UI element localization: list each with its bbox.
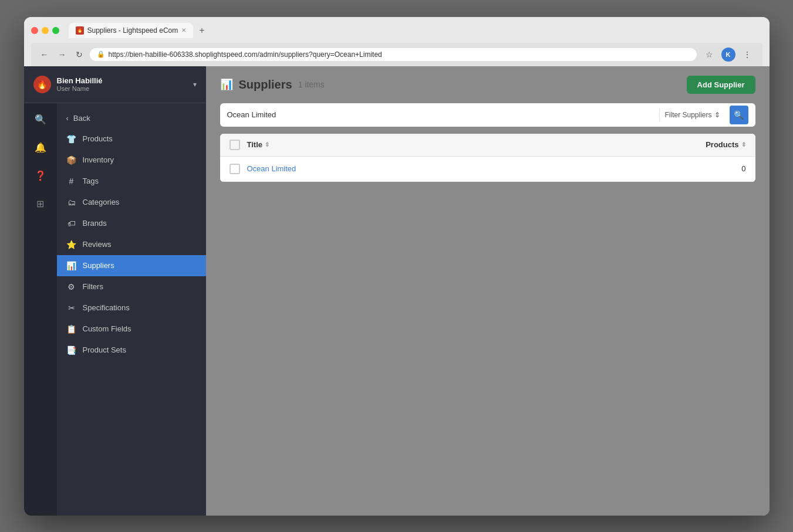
custom-fields-icon: 📋: [66, 324, 77, 334]
sidebar-item-reviews[interactable]: ⭐ Reviews: [57, 234, 206, 255]
tab-close-button[interactable]: ✕: [181, 27, 186, 33]
sidebar-icon-bell[interactable]: 🔔: [31, 138, 50, 157]
browser-titlebar: 🔥 Suppliers - Lightspeed eCom ✕ +: [31, 23, 762, 38]
traffic-lights: [31, 27, 59, 34]
back-nav-button[interactable]: ←: [38, 49, 51, 60]
sidebar-header: 🔥 Bien Habillié User Name ▾: [24, 66, 206, 103]
supplier-title-link[interactable]: Ocean Limited: [247, 164, 687, 173]
back-label: Back: [73, 114, 90, 123]
supplier-products-count: 0: [687, 164, 746, 173]
search-bar: Ocean Limited Filter Suppliers ⇕ 🔍: [220, 103, 755, 127]
search-value: Ocean Limited: [227, 110, 655, 119]
tags-icon: #: [66, 177, 77, 186]
sidebar-item-label: Custom Fields: [83, 324, 131, 333]
browser-tabs: 🔥 Suppliers - Lightspeed eCom ✕ +: [69, 23, 208, 38]
sidebar-back-button[interactable]: ‹ Back: [57, 108, 206, 128]
browser-addressbar: ← → ↻ 🔒 https://bien-habillie-606338.sho…: [31, 43, 762, 66]
sidebar-nav: ‹ Back 👕 Products 📦 Inventory # Tags: [57, 103, 206, 516]
sidebar-icon-strip: 🔍 🔔 ❓ ⊞: [24, 103, 57, 516]
brand-username: User Name: [57, 85, 187, 92]
row-checkbox[interactable]: [230, 164, 240, 174]
sidebar-item-label: Tags: [83, 177, 99, 185]
minimize-window-button[interactable]: [42, 27, 49, 34]
filters-icon: ⚙: [66, 282, 77, 292]
sidebar-item-filters[interactable]: ⚙ Filters: [57, 276, 206, 297]
menu-button[interactable]: ⋮: [739, 46, 755, 63]
active-tab[interactable]: 🔥 Suppliers - Lightspeed eCom ✕: [69, 23, 194, 38]
sidebar-item-products[interactable]: 👕 Products: [57, 128, 206, 150]
products-sort-icon[interactable]: ⇕: [741, 141, 746, 148]
user-avatar[interactable]: K: [721, 48, 735, 62]
sidebar-item-inventory[interactable]: 📦 Inventory: [57, 150, 206, 171]
table-row: Ocean Limited 0: [220, 157, 755, 182]
back-chevron-icon: ‹: [66, 114, 69, 123]
sidebar-item-label: Products: [83, 134, 113, 143]
browser-window: 🔥 Suppliers - Lightspeed eCom ✕ + ← → ↻ …: [24, 17, 770, 516]
sidebar-item-label: Brands: [83, 219, 107, 228]
sidebar-item-custom-fields[interactable]: 📋 Custom Fields: [57, 318, 206, 340]
search-button[interactable]: 🔍: [730, 106, 748, 124]
sidebar-icon-help[interactable]: ❓: [31, 167, 50, 185]
sidebar-logo: 🔥: [33, 76, 51, 93]
sidebar-item-label: Reviews: [83, 240, 112, 249]
close-window-button[interactable]: [31, 27, 38, 34]
brand-name: Bien Habillié: [57, 76, 187, 85]
sidebar-icon-grid[interactable]: ⊞: [31, 195, 50, 214]
page-icon: 📊: [220, 78, 233, 91]
sidebar-item-label: Suppliers: [83, 261, 114, 270]
filter-label: Filter Suppliers: [664, 111, 711, 119]
page-title-area: 📊 Suppliers 1 items: [220, 78, 325, 92]
search-icon: 🔍: [734, 110, 744, 120]
sidebar-item-suppliers[interactable]: 📊 Suppliers: [57, 255, 206, 276]
reviews-icon: ⭐: [66, 240, 77, 249]
maximize-window-button[interactable]: [52, 27, 59, 34]
sidebar-item-tags[interactable]: # Tags: [57, 171, 206, 192]
sidebar: 🔥 Bien Habillié User Name ▾ 🔍 🔔 ❓ ⊞: [24, 66, 206, 516]
title-sort-icon[interactable]: ⇕: [265, 141, 269, 148]
lock-icon: 🔒: [97, 50, 105, 58]
brands-icon: 🏷: [66, 219, 77, 228]
products-icon: 👕: [66, 134, 77, 144]
column-header-products: Products ⇕: [687, 140, 746, 149]
item-count: 1 items: [298, 80, 325, 89]
forward-nav-button[interactable]: →: [56, 49, 69, 60]
sidebar-caret-icon[interactable]: ▾: [193, 80, 197, 89]
sidebar-item-label: Inventory: [83, 155, 114, 164]
suppliers-icon: 📊: [66, 261, 77, 270]
product-sets-icon: 📑: [66, 345, 77, 355]
sidebar-item-categories[interactable]: 🗂 Categories: [57, 192, 206, 213]
suppliers-table: Title ⇕ Products ⇕ Ocean Limited 0: [220, 134, 755, 182]
bookmark-button[interactable]: ☆: [701, 46, 718, 63]
tab-favicon: 🔥: [76, 26, 84, 35]
url-display: https://bien-habillie-606338.shoplightsp…: [109, 50, 690, 59]
browser-chrome: 🔥 Suppliers - Lightspeed eCom ✕ + ← → ↻ …: [24, 17, 770, 66]
page-header: 📊 Suppliers 1 items Add Supplier: [206, 66, 770, 103]
sidebar-item-specifications[interactable]: ✂ Specifications: [57, 297, 206, 318]
sidebar-item-product-sets[interactable]: 📑 Product Sets: [57, 340, 206, 361]
main-content: 📊 Suppliers 1 items Add Supplier Ocean L…: [206, 66, 770, 516]
sidebar-item-label: Categories: [83, 198, 120, 206]
add-supplier-button[interactable]: Add Supplier: [687, 76, 755, 94]
sidebar-item-label: Specifications: [83, 303, 130, 312]
specifications-icon: ✂: [66, 303, 77, 313]
reload-button[interactable]: ↻: [73, 49, 85, 60]
table-header: Title ⇕ Products ⇕: [220, 134, 755, 157]
tab-title: Suppliers - Lightspeed eCom: [87, 26, 178, 35]
app-container: 🔥 Bien Habillié User Name ▾ 🔍 🔔 ❓ ⊞: [24, 66, 770, 516]
address-bar[interactable]: 🔒 https://bien-habillie-606338.shoplight…: [90, 48, 697, 61]
filter-dropdown[interactable]: Filter Suppliers ⇕: [659, 109, 724, 121]
page-title: Suppliers: [239, 78, 292, 92]
select-all-checkbox[interactable]: [230, 140, 240, 150]
sidebar-brand: Bien Habillié User Name: [57, 76, 187, 92]
categories-icon: 🗂: [66, 198, 77, 207]
sidebar-icon-search[interactable]: 🔍: [31, 110, 50, 129]
sidebar-item-brands[interactable]: 🏷 Brands: [57, 213, 206, 234]
browser-actions: ☆ K ⋮: [701, 46, 755, 63]
new-tab-button[interactable]: +: [195, 23, 208, 38]
sidebar-item-label: Filters: [83, 282, 103, 291]
column-header-title: Title ⇕: [247, 140, 687, 149]
filter-caret-icon: ⇕: [714, 111, 720, 119]
sidebar-item-label: Product Sets: [83, 345, 126, 354]
sidebar-layout: 🔍 🔔 ❓ ⊞ ‹ Back 👕 Products: [24, 103, 206, 516]
inventory-icon: 📦: [66, 155, 77, 165]
